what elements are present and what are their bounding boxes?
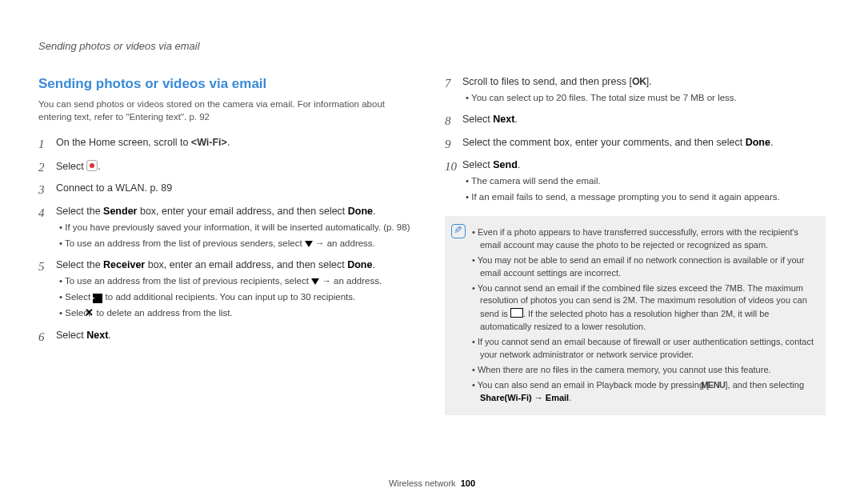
sub-bullet: Select ✕ to delete an address from the l…: [56, 306, 419, 321]
left-column: Sending photos or videos via email You c…: [38, 74, 419, 472]
receiver-label: Receiver: [103, 259, 145, 270]
menu-button-label: MENU: [709, 379, 725, 392]
content-columns: Sending photos or videos via email You c…: [38, 74, 826, 472]
document-page: Sending photos or videos via email Sendi…: [0, 0, 864, 504]
step-number: 4: [38, 204, 56, 222]
step-number: 7: [445, 74, 462, 93]
note-bullet: If you cannot send an email because of f…: [472, 336, 816, 362]
sub-bullet: If you have previously saved your inform…: [56, 221, 419, 234]
step-body: Connect to a WLAN. p. 89: [56, 181, 419, 195]
step-9: 9 Select the comment box, enter your com…: [445, 135, 826, 154]
plus-icon: +: [93, 294, 102, 303]
step-number: 6: [38, 328, 56, 346]
send-label: Send: [493, 159, 518, 170]
ok-button-label: OK: [632, 74, 646, 89]
email-icon: [86, 160, 98, 171]
step-body: Select Send. The camera will send the em…: [462, 158, 826, 206]
sub-bullet: Select + to add additional recipients. Y…: [56, 290, 419, 304]
page-header: Sending photos or videos via email: [38, 40, 826, 52]
next-label: Next: [86, 330, 108, 341]
sub-bullet: If an email fails to send, a message pro…: [462, 190, 826, 204]
step-body: Select the Receiver box, enter an email …: [56, 258, 419, 323]
sender-label: Sender: [103, 206, 137, 217]
note-box: Even if a photo appears to have transfer…: [445, 216, 826, 415]
sub-bullet: The camera will send the email.: [462, 174, 826, 188]
page-footer: Wireless network 100: [38, 472, 826, 488]
intro-text: You can send photos or videos stored on …: [38, 98, 419, 124]
note-bullet: You cannot send an email if the combined…: [472, 282, 816, 334]
done-label: Done: [746, 137, 770, 148]
sub-bullet: To use an address from the list of previ…: [56, 237, 419, 250]
done-label: Done: [348, 206, 373, 217]
note-bullet: You may not be able to send an email if …: [472, 254, 816, 280]
wifi-label: <Wi-Fi>: [191, 137, 227, 148]
page-number: 100: [461, 478, 475, 488]
note-bullet: Even if a photo appears to have transfer…: [472, 226, 816, 252]
step-number: 10: [445, 158, 462, 176]
step-body: On the Home screen, scroll to <Wi-Fi>.: [56, 135, 419, 150]
step-10: 10 Select Send. The camera will send the…: [445, 158, 826, 206]
down-triangle-icon: [311, 278, 319, 285]
sub-bullet: To use an address from the list of previ…: [56, 274, 419, 288]
step-number: 2: [38, 158, 56, 177]
note-bullet: When there are no files in the camera me…: [472, 364, 816, 377]
step-body: Select Next.: [462, 112, 826, 126]
step-number: 5: [38, 258, 56, 276]
sub-bullet: You can select up to 20 files. The total…: [462, 91, 826, 105]
step-body: Scroll to files to send, and then press …: [462, 74, 826, 107]
section-title: Sending photos or videos via email: [38, 74, 419, 94]
step-8: 8 Select Next.: [445, 112, 826, 130]
down-triangle-icon: [305, 241, 313, 247]
step-7: 7 Scroll to files to send, and then pres…: [445, 74, 826, 107]
note-bullet: You can also send an email in Playback m…: [472, 379, 816, 405]
step-body: Select the comment box, enter your comme…: [462, 135, 826, 150]
step-6: 6 Select Next.: [38, 328, 419, 346]
right-column: 7 Scroll to files to send, and then pres…: [445, 74, 826, 472]
step-number: 9: [445, 135, 462, 154]
step-body: Select Next.: [56, 328, 419, 342]
step-2: 2 Select .: [38, 158, 419, 177]
step-number: 1: [38, 135, 56, 154]
step-number: 8: [445, 112, 462, 130]
step-1: 1 On the Home screen, scroll to <Wi-Fi>.: [38, 135, 419, 154]
done-label: Done: [347, 259, 372, 270]
step-5: 5 Select the Receiver box, enter an emai…: [38, 258, 419, 323]
step-3: 3 Connect to a WLAN. p. 89: [38, 181, 419, 199]
step-4: 4 Select the Sender box, enter your emai…: [38, 204, 419, 252]
next-label: Next: [493, 114, 514, 125]
share-path: Share(Wi-Fi) → Email: [480, 393, 569, 402]
video-resolution-icon: [510, 308, 523, 318]
step-body: Select .: [56, 158, 419, 174]
footer-label: Wireless network: [389, 478, 456, 488]
step-number: 3: [38, 181, 56, 199]
step-body: Select the Sender box, enter your email …: [56, 204, 419, 252]
